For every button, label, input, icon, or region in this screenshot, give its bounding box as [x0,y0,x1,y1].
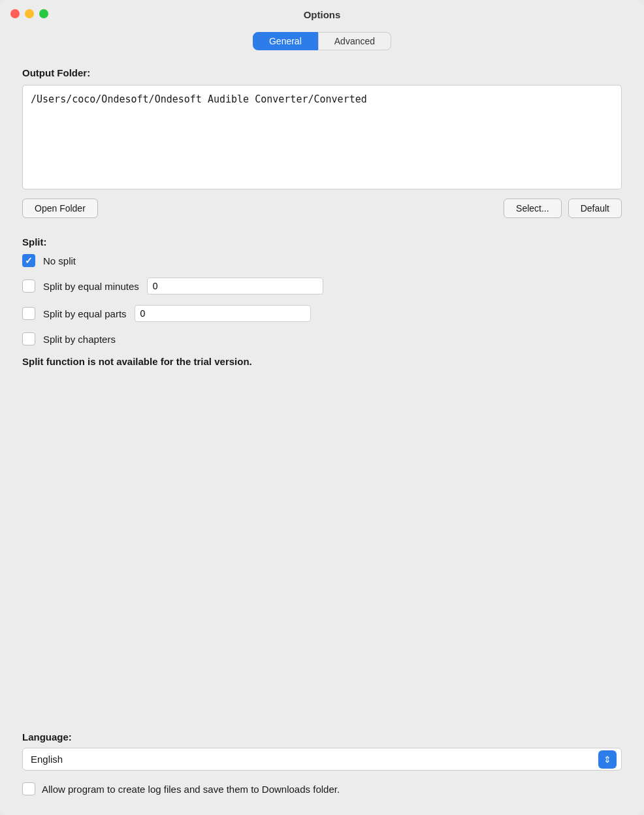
no-split-label: No split [43,255,76,266]
split-section: Split: No split Split by equal minutes S… [22,236,622,367]
tab-bar: General Advanced [0,27,644,61]
output-folder-input[interactable] [22,85,622,189]
right-buttons: Select... Default [504,199,622,218]
select-button[interactable]: Select... [504,199,562,218]
split-parts-label: Split by equal parts [43,308,127,319]
log-files-row: Allow program to create log files and sa… [22,782,622,795]
language-select-wrap: English French German Spanish Chinese Ja… [22,748,622,771]
maximize-button[interactable] [39,9,48,18]
open-folder-button[interactable]: Open Folder [22,199,98,218]
title-bar: Options [0,0,644,27]
language-label: Language: [22,731,622,743]
language-select[interactable]: English French German Spanish Chinese Ja… [22,748,622,771]
log-files-label: Allow program to create log files and sa… [42,784,340,795]
default-button[interactable]: Default [568,199,622,218]
options-window: Options General Advanced Output Folder: … [0,0,644,815]
language-section: Language: English French German Spanish … [22,712,622,795]
main-content: Output Folder: Open Folder Select... Def… [0,61,644,815]
split-minutes-checkbox[interactable] [22,280,35,293]
window-title: Options [304,9,341,20]
folder-button-row: Open Folder Select... Default [22,199,622,218]
split-parts-row: Split by equal parts [22,305,622,322]
split-notice: Split function is not available for the … [22,356,622,367]
tab-general[interactable]: General [253,32,318,50]
split-chapters-label: Split by chapters [43,334,116,345]
split-label: Split: [22,236,622,248]
tab-advanced[interactable]: Advanced [318,32,391,50]
split-chapters-checkbox[interactable] [22,332,35,345]
log-files-checkbox[interactable] [22,782,35,795]
split-minutes-input[interactable] [147,278,323,295]
no-split-checkbox[interactable] [22,254,35,267]
minimize-button[interactable] [25,9,34,18]
split-parts-input[interactable] [135,305,311,322]
split-no-split-row: No split [22,254,622,267]
close-button[interactable] [10,9,20,18]
split-parts-checkbox[interactable] [22,307,35,320]
split-minutes-row: Split by equal minutes [22,278,622,295]
split-chapters-row: Split by chapters [22,332,622,345]
split-minutes-label: Split by equal minutes [43,281,139,292]
window-controls [10,9,48,18]
output-folder-label: Output Folder: [22,67,622,78]
